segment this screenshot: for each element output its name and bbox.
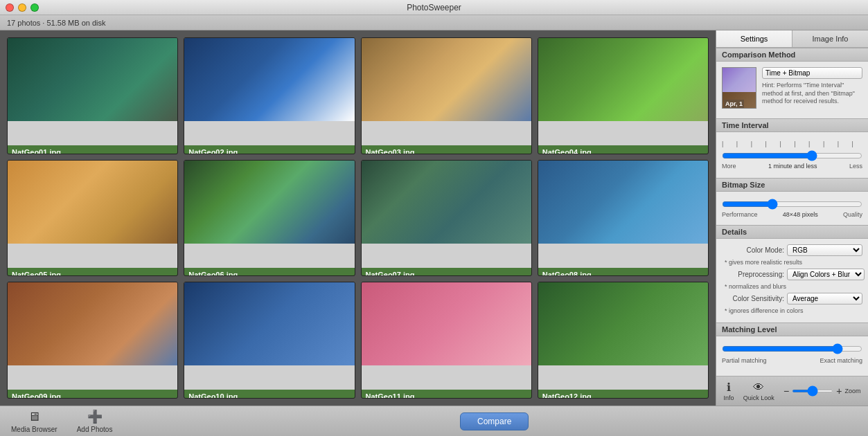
panel-bottom: ℹ Info 👁 Quick Look − + Zoom	[716, 376, 868, 406]
quick-look-label: Quick Look	[743, 394, 774, 401]
photo-card-p3[interactable]: NatGeo03.jpg29/05/2012 3200x2000 3.1 MB	[361, 37, 532, 154]
zoom-in-button[interactable]: +	[836, 385, 842, 397]
info-button[interactable]: ℹ Info	[724, 381, 734, 401]
exact-matching-label: Exact matching	[820, 357, 862, 364]
photo-card-p9[interactable]: NatGeo09.jpg29/05/2012 3200x2000 2.1 MB	[7, 282, 178, 399]
zoom-slider[interactable]	[792, 390, 833, 392]
bottom-toolbar: 🖥 Media Browser ➕ Add Photos Compare	[0, 406, 868, 436]
time-tick-marks: ||||||||||	[722, 140, 853, 147]
color-mode-hint: * gives more realistic results	[725, 259, 862, 266]
info-icon: ℹ	[727, 381, 731, 394]
main-content: NatGeo01.jpg29/05/2012 3200x2000 2.9 MBN…	[0, 30, 868, 406]
comparison-method-box: Apr, 1 Time + Bitmap Time Interval Bitma…	[722, 67, 862, 109]
matching-level-content: Partial matching Exact matching	[716, 336, 868, 370]
color-sensitivity-select[interactable]: Average Low High	[787, 293, 862, 305]
status-text: 17 photos · 51.58 MB on disk	[7, 19, 105, 27]
comparison-method-content: Apr, 1 Time + Bitmap Time Interval Bitma…	[716, 62, 868, 118]
bitmap-size-slider[interactable]	[722, 199, 862, 210]
zoom-control: − + Zoom	[783, 385, 860, 397]
info-label: Info	[724, 394, 734, 401]
photo-name: NatGeo10.jpg	[188, 392, 350, 399]
matching-level-slider[interactable]	[722, 343, 862, 354]
photo-name: NatGeo07.jpg	[366, 271, 527, 277]
bitmap-label-row: Performance 48×48 pixels Quality	[722, 211, 862, 218]
add-photos-label: Add Photos	[77, 426, 113, 433]
preprocessing-hint: * normalizes and blurs	[725, 283, 862, 290]
color-sensitivity-row: Color Sensitivity: Average Low High	[722, 293, 862, 305]
panel-tabs: Settings Image Info	[716, 30, 868, 48]
photo-name: NatGeo03.jpg	[366, 148, 527, 154]
matching-level-header: Matching Level	[716, 323, 868, 336]
photo-card-p10[interactable]: NatGeo10.jpg29/05/2012 3200x2000 2.0 MB	[184, 282, 355, 399]
partial-matching-label: Partial matching	[722, 357, 767, 364]
comparison-thumb: Apr, 1	[722, 67, 756, 109]
time-interval-header: Time Interval	[716, 118, 868, 132]
photo-card-p11[interactable]: NatGeo11.jpg29/05/2012 3200x2000 2.3 MB	[361, 282, 532, 399]
preprocessing-label: Preprocessing:	[722, 271, 784, 278]
time-value: 1 minute and less	[739, 163, 847, 170]
photo-name: NatGeo02.jpg	[188, 148, 350, 154]
photo-name: NatGeo12.jpg	[542, 392, 704, 399]
media-browser-button[interactable]: 🖥 Media Browser	[7, 407, 62, 436]
time-more-label: More	[722, 163, 736, 170]
bitmap-size-header: Bitmap Size	[716, 178, 868, 192]
photo-card-p5[interactable]: NatGeo05.jpg29/05/2012 3200x2000 1.9 MB	[7, 160, 178, 277]
color-mode-select[interactable]: RGB Grayscale	[787, 244, 862, 256]
comparison-method-header: Comparison Method	[716, 48, 868, 62]
tab-image-info[interactable]: Image Info	[792, 30, 868, 47]
tab-settings[interactable]: Settings	[716, 30, 792, 47]
color-sensitivity-hint: * ignores difference in colors	[725, 307, 862, 314]
bitmap-performance-label: Performance	[722, 211, 758, 218]
maximize-button[interactable]	[30, 3, 39, 12]
details-content: Color Mode: RGB Grayscale * gives more r…	[716, 239, 868, 323]
photo-card-p4[interactable]: NatGeo04.jpg29/05/2012 3200x2000 2.6 MB	[538, 37, 709, 154]
preprocessing-row: Preprocessing: Align Colors + Blur Align…	[722, 269, 862, 280]
color-mode-row: Color Mode: RGB Grayscale	[722, 244, 862, 256]
bitmap-size-content: Performance 48×48 pixels Quality	[716, 192, 868, 225]
photo-card-p6[interactable]: NatGeo06.jpg29/05/2012 3200x2000 2.2 MB	[184, 160, 355, 277]
bitmap-quality-label: Quality	[843, 211, 862, 218]
preprocessing-select[interactable]: Align Colors + Blur Align Colors Blur No…	[787, 269, 865, 280]
zoom-out-button[interactable]: −	[783, 385, 789, 397]
photo-card-p2[interactable]: NatGeo02.jpg10/05/2012 3200x2000 1.5 MB	[184, 37, 355, 154]
method-select[interactable]: Time + Bitmap Time Interval Bitmap	[762, 67, 862, 79]
compare-button[interactable]: Compare	[460, 412, 529, 430]
settings-panel: Settings Image Info Comparison Method Ap…	[716, 30, 868, 406]
bitmap-value: 48×48 pixels	[761, 211, 840, 218]
method-hint: Hint: Performs "Time Interval" method at…	[762, 82, 862, 106]
time-ticks-row: ||||||||||	[722, 140, 853, 147]
minimize-button[interactable]	[18, 3, 26, 12]
media-browser-icon: 🖥	[28, 410, 40, 424]
photo-card-p8[interactable]: NatGeo08.jpg29/05/2012 3200x2000 2.2 MB	[538, 160, 709, 277]
photo-name: NatGeo04.jpg	[542, 148, 704, 154]
time-less-label: Less	[849, 163, 862, 170]
window-title: PhotoSweeper	[407, 3, 461, 12]
details-header: Details	[716, 225, 868, 239]
color-sensitivity-label: Color Sensitivity:	[722, 295, 784, 302]
time-slider-container: ||||||||||	[722, 140, 853, 147]
thumb-flower	[723, 68, 756, 92]
photo-name: NatGeo06.jpg	[188, 271, 350, 277]
photo-card-p1[interactable]: NatGeo01.jpg29/05/2012 3200x2000 2.9 MB	[7, 37, 178, 154]
add-photos-icon: ➕	[87, 409, 103, 424]
photo-name: NatGeo09.jpg	[12, 392, 173, 399]
time-label-row: More 1 minute and less Less	[722, 163, 862, 170]
photo-card-p7[interactable]: NatGeo07.jpg29/05/2012 3200x2000 2.2 MB	[361, 160, 532, 277]
photo-card-p12[interactable]: NatGeo12.jpg29/05/2012 3200x2000 1.8 MB	[538, 282, 709, 399]
add-photos-button[interactable]: ➕ Add Photos	[73, 406, 117, 436]
quick-look-button[interactable]: 👁 Quick Look	[743, 381, 774, 401]
photo-name: NatGeo11.jpg	[366, 392, 527, 399]
close-button[interactable]	[6, 3, 14, 12]
matching-label-row: Partial matching Exact matching	[722, 357, 862, 364]
color-mode-label: Color Mode:	[722, 246, 784, 254]
media-browser-label: Media Browser	[11, 426, 57, 433]
photo-name: NatGeo05.jpg	[12, 271, 173, 277]
comparison-right: Time + Bitmap Time Interval Bitmap Hint:…	[762, 67, 862, 106]
photo-grid[interactable]: NatGeo01.jpg29/05/2012 3200x2000 2.9 MBN…	[0, 30, 716, 406]
window-controls	[6, 3, 39, 12]
time-interval-slider[interactable]	[722, 150, 862, 161]
time-interval-content: |||||||||| More 1 minute and less Less	[716, 132, 868, 178]
titlebar: PhotoSweeper	[0, 0, 868, 15]
eye-icon: 👁	[753, 381, 764, 394]
statusbar: 17 photos · 51.58 MB on disk	[0, 15, 868, 30]
